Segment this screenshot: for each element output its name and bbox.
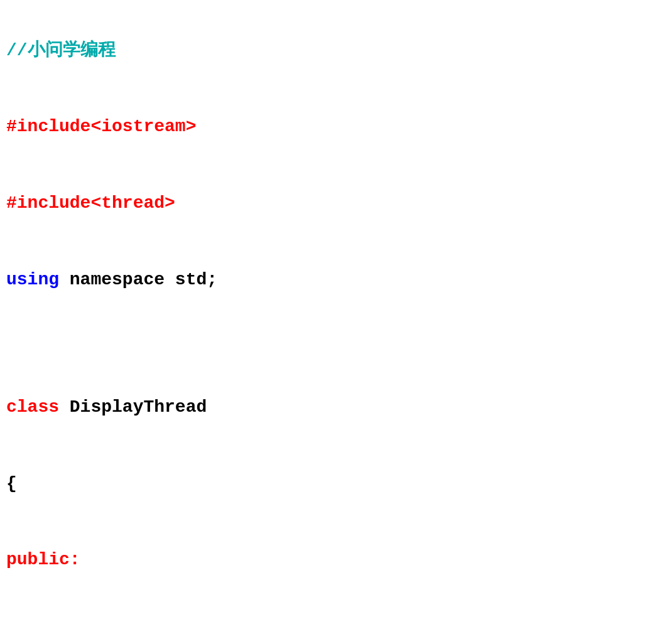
public-line: public: bbox=[6, 550, 80, 569]
class-decl-line: class DisplayThread bbox=[6, 397, 207, 417]
using-line: using namespace std; bbox=[6, 270, 217, 289]
include1-line: #include<iostream> bbox=[6, 117, 196, 136]
brace-open1: { bbox=[6, 474, 17, 493]
comment-line: //小问学编程 bbox=[6, 41, 116, 60]
include2-line: #include<thread> bbox=[6, 193, 175, 213]
code-container: //小问学编程 #include<iostream> #include<thre… bbox=[6, 13, 666, 617]
